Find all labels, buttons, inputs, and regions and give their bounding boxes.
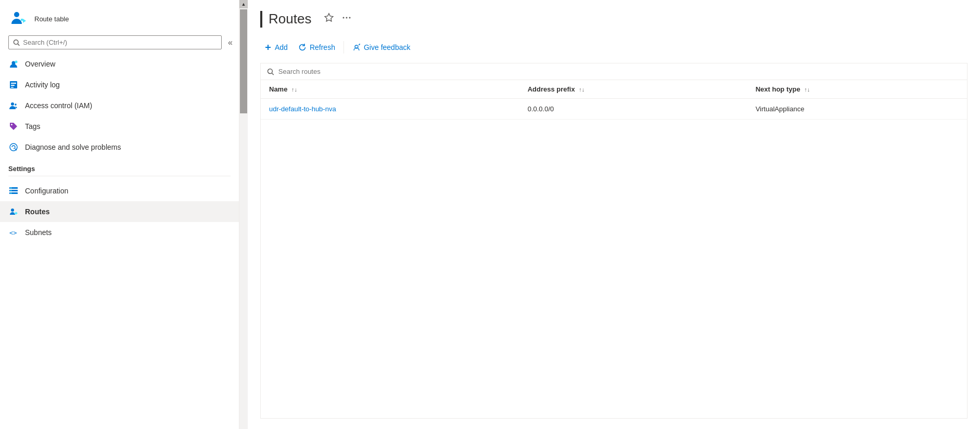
table-search-icon <box>267 68 274 75</box>
settings-section-title: Settings <box>0 158 239 176</box>
svg-rect-19 <box>10 193 11 194</box>
feedback-icon <box>352 43 361 51</box>
add-button[interactable]: Add <box>260 40 292 55</box>
subnets-icon: <> <box>8 227 19 238</box>
nav-list: Overview Activity log <box>0 54 239 429</box>
sidebar-item-iam-label: Access control (IAM) <box>25 101 92 110</box>
resource-type-label: Route table <box>34 15 69 23</box>
sidebar-item-activity-log-label: Activity log <box>25 81 60 89</box>
svg-point-9 <box>11 102 14 106</box>
activity-log-icon <box>8 80 19 90</box>
sidebar-item-overview[interactable]: Overview <box>0 54 239 74</box>
resource-icon <box>8 8 29 29</box>
sidebar-item-subnets[interactable]: <> Subnets <box>0 222 239 243</box>
sidebar-item-diagnose[interactable]: Diagnose and solve problems <box>0 137 239 158</box>
routes-table: Name ↑↓ Address prefix ↑↓ Next hop type … <box>261 80 967 120</box>
refresh-icon <box>298 43 307 51</box>
diagnose-icon <box>8 142 19 152</box>
collapse-button[interactable]: « <box>226 36 235 49</box>
svg-point-24 <box>349 17 351 19</box>
svg-point-0 <box>14 12 19 17</box>
refresh-button[interactable]: Refresh <box>294 40 339 55</box>
svg-point-20 <box>11 209 14 212</box>
route-name-cell: udr-default-to-hub-nva <box>261 99 519 120</box>
main-content: Routes Add <box>248 0 980 429</box>
svg-point-1 <box>14 40 18 44</box>
refresh-label: Refresh <box>310 43 335 51</box>
header-actions <box>322 10 354 28</box>
settings-divider <box>8 176 231 176</box>
route-address-prefix-cell: 0.0.0.0/0 <box>519 99 747 120</box>
tags-icon <box>8 121 19 132</box>
svg-point-23 <box>346 17 348 19</box>
more-options-button[interactable] <box>339 10 354 28</box>
page-title: Routes <box>269 11 311 27</box>
svg-point-28 <box>359 44 360 45</box>
sidebar-item-routes[interactable]: Routes <box>0 201 239 222</box>
sidebar-item-routes-label: Routes <box>25 207 49 216</box>
add-label: Add <box>275 43 288 51</box>
page-header: Routes <box>260 10 968 28</box>
sort-hop-icon: ↑↓ <box>804 86 810 93</box>
sidebar-item-subnets-label: Subnets <box>25 228 52 237</box>
svg-line-30 <box>272 73 273 74</box>
sidebar-item-iam[interactable]: Access control (IAM) <box>0 95 239 116</box>
col-name[interactable]: Name ↑↓ <box>261 80 519 99</box>
sidebar-item-overview-label: Overview <box>25 60 55 68</box>
svg-point-22 <box>343 17 345 19</box>
configuration-icon <box>8 186 19 196</box>
sidebar-search-container: « <box>0 35 239 54</box>
sidebar-header: Route table <box>0 0 239 35</box>
sort-address-icon: ↑↓ <box>579 86 584 93</box>
col-address-prefix[interactable]: Address prefix ↑↓ <box>519 80 747 99</box>
scroll-up-arrow[interactable]: ▲ <box>239 0 248 8</box>
sidebar-item-configuration[interactable]: Configuration <box>0 180 239 201</box>
route-name-link[interactable]: udr-default-to-hub-nva <box>269 105 336 113</box>
svg-rect-8 <box>11 87 14 88</box>
routes-icon <box>8 206 19 217</box>
scroll-thumb[interactable] <box>240 9 247 113</box>
favorite-button[interactable] <box>322 10 336 28</box>
ellipsis-icon <box>341 12 352 23</box>
svg-point-4 <box>15 61 18 63</box>
svg-point-10 <box>15 103 17 106</box>
table-header-row: Name ↑↓ Address prefix ↑↓ Next hop type … <box>261 80 967 99</box>
sidebar-search-bar[interactable] <box>8 35 222 49</box>
sidebar-item-configuration-label: Configuration <box>25 187 68 195</box>
table-row: udr-default-to-hub-nva0.0.0.0/0VirtualAp… <box>261 99 967 120</box>
svg-rect-7 <box>11 85 15 86</box>
feedback-button[interactable]: Give feedback <box>348 40 415 55</box>
sidebar-item-diagnose-label: Diagnose and solve problems <box>25 143 121 151</box>
col-next-hop-type[interactable]: Next hop type ↑↓ <box>747 80 967 99</box>
overview-icon <box>8 59 19 69</box>
sidebar-item-activity-log[interactable]: Activity log <box>0 74 239 95</box>
sidebar-scrollbar[interactable]: ▲ <box>239 0 248 429</box>
feedback-label: Give feedback <box>364 43 411 51</box>
sidebar: Route table « Overview <box>0 0 239 429</box>
svg-rect-6 <box>11 83 16 84</box>
search-icon <box>13 39 20 46</box>
toolbar: Add Refresh Give feedback <box>260 40 968 55</box>
svg-text:<>: <> <box>9 229 17 237</box>
svg-point-29 <box>268 69 272 73</box>
sidebar-item-tags-label: Tags <box>25 122 41 131</box>
routes-table-area: Name ↑↓ Address prefix ↑↓ Next hop type … <box>260 63 968 419</box>
svg-rect-18 <box>10 190 11 191</box>
toolbar-divider <box>343 41 344 54</box>
svg-rect-17 <box>10 188 11 189</box>
page-title-bar <box>260 11 262 28</box>
svg-line-2 <box>18 44 19 45</box>
sort-name-icon: ↑↓ <box>291 86 297 93</box>
iam-icon <box>8 100 19 111</box>
table-search-input[interactable] <box>278 68 961 75</box>
star-icon <box>324 12 334 23</box>
svg-point-11 <box>11 124 12 125</box>
add-icon <box>264 44 272 51</box>
sidebar-search-input[interactable] <box>23 38 217 46</box>
sidebar-item-tags[interactable]: Tags <box>0 116 239 137</box>
table-search-bar[interactable] <box>261 63 967 80</box>
route-next-hop-cell: VirtualAppliance <box>747 99 967 120</box>
